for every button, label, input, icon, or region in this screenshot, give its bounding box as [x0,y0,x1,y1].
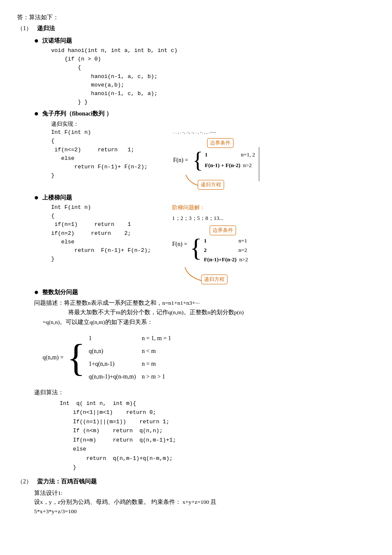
code-line: } } [51,98,375,107]
code-line: void hanoi(int n, int a, int b, int c) [51,46,375,55]
section2: （2） 蛮力法：百鸡百钱问题 算法设计1: 设x，y，z分别为公鸡、母鸡、小鸡的… [17,477,375,516]
recursive-equation-label: 递归方程 [198,180,224,190]
fn-formula-fib: F(n) = { 1 n=1, 2 F(n-1) + F(n-2) n>2 [173,150,255,171]
qnm-label: q(n,m) = [43,353,63,362]
section2-desc: 设x，y，z分别为公鸡、母鸡、小鸡的数量。 约束条件： x+y+z=100 且 [34,497,375,507]
partition-section: ● 整数划分问题 问题描述：将正整数n表示成一系列正整数之和，n=n1+n1+n… [17,288,375,472]
code-line: If(n=m) return q(n,m-1)+1; [60,436,375,445]
recursive-equation-area: 递归方程 [173,173,255,190]
desc-line3: =q(n,n)。可以建立q(n,m)的如下递归关系： [43,318,375,327]
section2-formula: 5*x+3*y+z/3=100 [34,507,375,516]
stair-fn-label: F(n) = [172,240,187,249]
case-cond: n = 1, m = 1 [142,332,176,344]
code-line: else [51,154,147,163]
section1-title: 递归法 [37,24,55,33]
stair-boundary-area: 边界条件 [206,225,248,235]
bullet-icon4: ● [34,288,39,297]
stair-boundary-label: 边界条件 [210,225,236,235]
code-line: if(n<1||m<1) return 0; [60,408,375,417]
code-line: { [51,212,151,220]
code-line: move(a,b); [51,81,375,90]
code-line: If (n<m) return q(n,n); [60,426,375,435]
case-cond: n > m > 1 [142,371,176,383]
code-line: } [51,171,147,180]
staircase-title: 上楼梯问题 [42,193,72,202]
fibonacci-title: 兔子序列（fibonaci数列 ） [42,109,112,119]
qnm-brace: { [67,340,85,376]
vertical-bar [259,147,259,181]
code-line: hanoi(n-1, a, c, b); [51,72,375,81]
stair-sequence: 1；2；3；5；8；13... [172,214,248,223]
bullet-icon2: ● [34,109,39,119]
case-cond: n < m [142,345,176,357]
dots-decoration: . . , . -, .-, -, . , -. , , .---- [173,128,255,136]
partition-desc: 问题描述：将正整数n表示成一系列正整数之和，n=n1+n1+n3+··· 将最大… [34,298,375,328]
partition-title: 整数划分问题 [42,288,78,297]
fibonacci-code: Int F(int n) { if(n<=2) return 1; else r… [51,128,147,180]
qnm-cases-table: 1 n = 1, m = 1 q(n,n) n < m 1+q(n,n-1) n… [88,332,177,384]
code-line: else [51,238,151,246]
code-line: Int F(int n) [51,128,147,137]
code-line: Int F(int n) [51,203,151,212]
answer-header: 答：算法如下： [17,13,375,22]
qnm-case-3: 1+q(n,n-1) n = m [89,358,176,370]
qnm-case-4: q(n,m-1)+q(n-m,m) n > m > 1 [89,371,176,383]
section2-title: 蛮力法：百鸡百钱问题 [37,477,97,486]
case-expr: 1+q(n,n-1) [89,358,141,370]
partition-code: Int q( int n, int m){ if(n<1||m<1) retur… [60,399,375,472]
code-line: } [51,255,151,263]
code-line: if(n<=2) return 1; [51,146,147,154]
hanoi-title: 汉诺塔问题 [42,36,72,46]
desc-line2: 将最大加数不大于m的划分个数，记作q(n,m)。正整数n的划分数p(n) [68,308,375,318]
stair-case-1: 1 n=1 [204,236,248,246]
code-line: return q(n,m-1)+q(n-m,m); [60,454,375,463]
code-line: else [60,445,375,454]
stair-cases: 1 n=1 2 n=2 F(n-1)+F(n-2) n>2 [204,236,248,264]
code-line: { [51,64,375,72]
fn-formula-stair: F(n) = { 1 n=1 2 n=2 F(n-1)+F(n-2) n>2 [172,236,248,264]
section1-label: （1） [17,24,32,33]
code-line: return F(n-1)+ F(n-2); [51,163,147,171]
case-expr: q(n,n) [89,345,141,357]
stair-problem-title: 阶梯问题解： [172,203,248,212]
brace-left: { [193,150,203,171]
hanoi-code: void hanoi(int n, int a, int b, int c) {… [51,46,375,107]
qnm-case-1: 1 n = 1, m = 1 [89,332,176,344]
case-2: F(n-1) + F(n-2) n>2 [205,160,255,171]
recursive-label: 递归实现： [51,120,147,129]
main-content: 答：算法如下： （1） 递归法 ● 汉诺塔问题 void hanoi(int n… [17,13,375,516]
section2-algo-label: 算法设计1: [34,489,375,498]
fibonacci-section: ● 兔子序列（fibonaci数列 ） 递归实现： Int F(int n) {… [17,109,375,190]
desc-line1: 问题描述：将正整数n表示成一系列正整数之和，n=n1+n1+n3+··· [34,298,375,308]
case-expr: 1 [89,332,141,344]
code-line: If((n=1)||(m=1)) return 1; [60,417,375,426]
code-line: { [51,137,147,145]
partition-bullet: ● 整数划分问题 [34,288,375,297]
stair-brace: { [190,236,202,259]
recursive-algo-label: 递归算法： [34,388,375,397]
fn-cases: 1 n=1, 2 F(n-1) + F(n-2) n>2 [205,150,255,171]
section1: （1） 递归法 ● 汉诺塔问题 void hanoi(int n, int a,… [17,24,375,472]
boundary-label: 边界条件 [207,138,233,148]
code-line: } [60,463,375,472]
section2-label: （2） [17,477,32,486]
fn-label: F(n) = [173,156,188,165]
code-line: {if (n > 0) [51,55,375,64]
stair-case-3: F(n-1)+F(n-2) n>2 [204,255,248,264]
case-cond: n = m [142,358,176,370]
case-expr: q(n,m-1)+q(n-m,m) [89,371,141,383]
hanoi-section: ● 汉诺塔问题 void hanoi(int n, int a, int b, … [17,36,375,107]
code-line: if(n=2) return 2; [51,229,151,238]
code-line: if(n=1) return 1 [51,220,151,229]
fibonacci-bullet: ● 兔子序列（fibonaci数列 ） [34,109,375,119]
bullet-icon: ● [34,36,39,46]
stair-recursive-label: 递归方程 [201,275,228,284]
code-line: Int q( int n, int m){ [60,399,375,408]
stair-case-2: 2 n=2 [204,246,248,255]
code-line: hanoi(n-1, c, b, a); [51,90,375,98]
qnm-case-2: q(n,n) n < m [89,345,176,357]
staircase-section: ● 上楼梯问题 Int F(int n) { if(n=1) return 1 … [17,193,375,284]
hanoi-bullet: ● 汉诺塔问题 [34,36,375,46]
bullet-icon3: ● [34,193,39,202]
staircase-code: Int F(int n) { if(n=1) return 1 if(n=2) … [51,203,151,263]
